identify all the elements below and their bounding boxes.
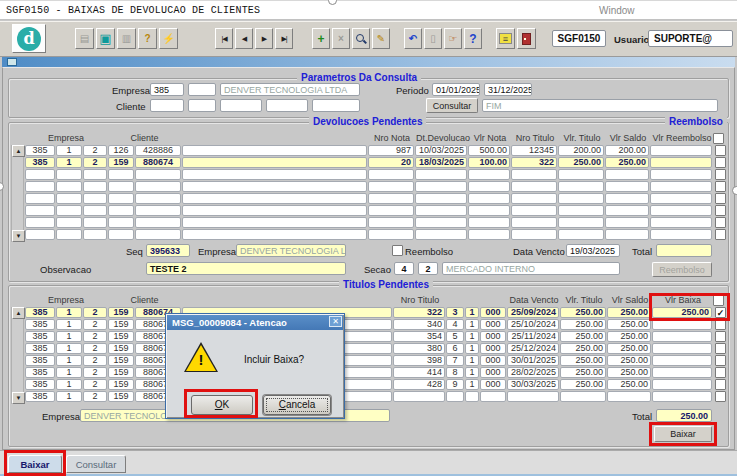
seq-field[interactable]: 395633 xyxy=(146,244,190,257)
grid-cell[interactable]: 25/11/2024 xyxy=(507,331,559,342)
tab-consultar[interactable]: Consultar xyxy=(66,455,126,473)
grid-cell[interactable]: 159 xyxy=(108,343,134,354)
help-button[interactable]: ? xyxy=(464,28,482,49)
grid-cell[interactable] xyxy=(108,229,134,240)
devolucoes-row-checkbox[interactable] xyxy=(715,217,726,228)
user-field[interactable]: SUPORTE@ xyxy=(648,30,733,47)
grid-cell[interactable]: 159 xyxy=(108,379,134,390)
grid-cell[interactable]: 354 xyxy=(393,331,445,342)
devolucoes-row-checkbox[interactable] xyxy=(715,169,726,180)
grid-cell[interactable]: 385 xyxy=(25,367,55,378)
grid-cell[interactable]: 1 xyxy=(56,331,82,342)
grid-cell[interactable] xyxy=(83,169,107,180)
grid-cell[interactable] xyxy=(182,229,367,240)
grid-cell[interactable]: 428 xyxy=(393,379,445,390)
grid-cell[interactable]: 2 xyxy=(83,157,107,168)
secao-code2-field[interactable]: 2 xyxy=(418,262,438,275)
grid-cell[interactable]: 1 xyxy=(56,367,82,378)
grid-cell[interactable]: 250.00 xyxy=(560,307,606,318)
grid-cell[interactable]: 1 xyxy=(465,331,479,342)
grid-cell[interactable] xyxy=(558,169,604,180)
grid-cell[interactable] xyxy=(368,229,414,240)
grid-cell[interactable]: 250.00 xyxy=(607,307,651,318)
reembolso-checkbox[interactable] xyxy=(392,245,403,256)
grid-cell[interactable]: 385 xyxy=(25,157,55,168)
insert-record-button[interactable]: + xyxy=(312,28,330,49)
grid-cell[interactable] xyxy=(652,367,712,378)
devolucoes-row-checkbox[interactable] xyxy=(715,145,726,156)
grid-cell[interactable]: 250.00 xyxy=(560,367,606,378)
grid-cell[interactable]: 250.00 xyxy=(607,319,651,330)
grid-cell[interactable] xyxy=(135,229,181,240)
table-row[interactable]: 385121598806743987100030/01/2025250.0025… xyxy=(25,355,726,367)
grid-cell[interactable] xyxy=(650,217,712,228)
table-row[interactable]: 385121598806743806100025/12/2024250.0025… xyxy=(25,343,726,355)
titulos-row-checkbox[interactable] xyxy=(715,331,726,342)
grid-cell[interactable] xyxy=(468,229,510,240)
grid-cell[interactable]: 1 xyxy=(465,343,479,354)
grid-cell[interactable]: 4 xyxy=(446,319,464,330)
grid-cell[interactable]: 1 xyxy=(56,343,82,354)
grid-cell[interactable] xyxy=(83,193,107,204)
grid-cell[interactable] xyxy=(558,229,604,240)
grid-cell[interactable] xyxy=(56,169,82,180)
grid-cell[interactable] xyxy=(558,205,604,216)
monitor-button[interactable]: ▣ xyxy=(96,28,115,49)
observacao-field[interactable]: TESTE 2 xyxy=(146,262,346,275)
grid-cell[interactable]: 159 xyxy=(108,355,134,366)
grid-cell[interactable]: 250.00 xyxy=(560,331,606,342)
grid-cell[interactable]: 000 xyxy=(480,355,506,366)
undo-button[interactable]: ↶ xyxy=(404,28,422,49)
grid-cell[interactable]: 250.00 xyxy=(607,367,651,378)
table-row[interactable] xyxy=(25,205,726,217)
grid-cell[interactable]: 28/02/2025 xyxy=(507,367,559,378)
devolucoes-row-checkbox[interactable] xyxy=(715,229,726,240)
grid-cell[interactable]: 250.00 xyxy=(560,379,606,390)
close-icon[interactable]: ✕ xyxy=(329,316,342,327)
scroll-down-icon[interactable]: ▼ xyxy=(12,230,25,242)
previous-record-button[interactable]: ◀ xyxy=(235,28,253,49)
titulos-row-checkbox[interactable] xyxy=(715,379,726,390)
secao-code1-field[interactable]: 4 xyxy=(394,262,414,275)
detail-total-field[interactable] xyxy=(656,244,712,257)
devolucoes-row-checkbox[interactable] xyxy=(715,157,726,168)
print-button[interactable]: ▥ xyxy=(117,28,136,49)
grid-cell[interactable]: 1 xyxy=(465,307,479,318)
table-row[interactable]: 385121598806744289100030/03/2025250.0025… xyxy=(25,379,726,391)
grid-cell[interactable] xyxy=(56,181,82,192)
grid-cell[interactable]: 385 xyxy=(25,391,55,402)
grid-cell[interactable]: 250.00 xyxy=(605,157,649,168)
grid-cell[interactable]: 322 xyxy=(511,157,557,168)
grid-cell[interactable]: 250.00 xyxy=(607,355,651,366)
grid-cell[interactable]: 414 xyxy=(393,367,445,378)
empresa-code2-field[interactable] xyxy=(188,83,216,96)
table-row[interactable] xyxy=(25,217,726,229)
data-vencto-field[interactable]: 19/03/2025 xyxy=(566,244,620,257)
table-row[interactable]: 385121598806743404100025/10/2024250.0025… xyxy=(25,319,726,331)
titulos-row-checkbox[interactable] xyxy=(715,391,726,402)
context-help-button[interactable]: ? xyxy=(138,28,157,49)
grid-cell[interactable]: 2 xyxy=(83,391,107,402)
grid-cell[interactable] xyxy=(135,181,181,192)
grid-cell[interactable] xyxy=(652,343,712,354)
grid-cell[interactable] xyxy=(605,181,649,192)
grid-cell[interactable] xyxy=(108,181,134,192)
clear-record-button[interactable]: ✎ xyxy=(372,28,390,49)
grid-cell[interactable]: 7 xyxy=(446,355,464,366)
grid-cell[interactable] xyxy=(108,169,134,180)
grid-cell[interactable]: 3 xyxy=(446,307,464,318)
grid-cell[interactable] xyxy=(368,181,414,192)
scroll-up-icon[interactable]: ▲ xyxy=(12,145,25,157)
periodo-from-field[interactable]: 01/01/2025 xyxy=(432,83,480,96)
grid-cell[interactable]: 1 xyxy=(56,319,82,330)
grid-cell[interactable] xyxy=(605,169,649,180)
grid-cell[interactable]: 1 xyxy=(56,379,82,390)
grid-cell[interactable] xyxy=(468,181,510,192)
titulos-row-checkbox[interactable] xyxy=(715,343,726,354)
grid-cell[interactable]: 380 xyxy=(393,343,445,354)
next-record-button[interactable]: ▶ xyxy=(255,28,273,49)
grid-cell[interactable] xyxy=(468,193,510,204)
grid-cell[interactable] xyxy=(182,193,367,204)
grid-cell[interactable]: 1 xyxy=(465,379,479,390)
grid-cell[interactable]: 385 xyxy=(25,355,55,366)
